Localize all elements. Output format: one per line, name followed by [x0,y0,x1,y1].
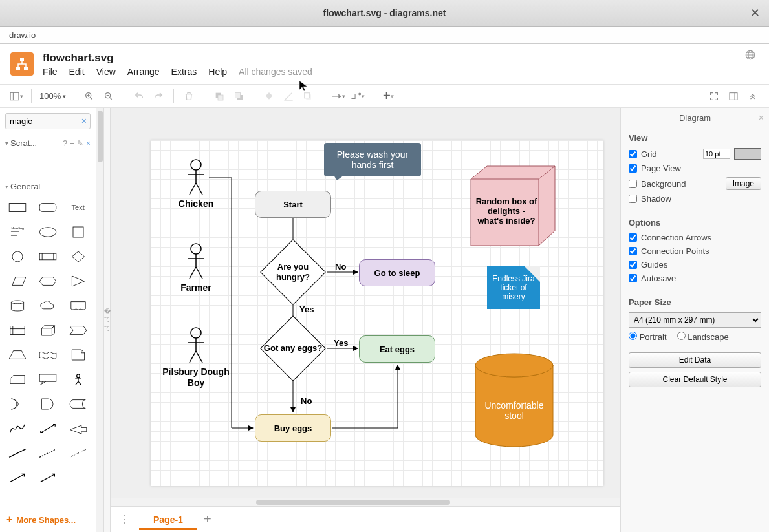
grid-color-swatch[interactable] [734,148,761,160]
node-start[interactable]: Start [255,191,331,218]
shape-arrow[interactable] [65,419,91,438]
app-tab[interactable]: draw.io [9,30,36,40]
clear-search-icon[interactable]: × [81,116,87,126]
scratchpad-section[interactable]: Scrat... ? + ✎ × [0,134,96,152]
shape-bidir-arrow[interactable] [36,419,61,438]
shape-line-dotted[interactable] [65,443,91,463]
shape-cube[interactable] [36,321,61,340]
shape-actor[interactable] [65,370,91,389]
shape-or[interactable] [5,394,30,414]
to-back-icon[interactable] [232,89,246,103]
shape-tape[interactable] [36,345,61,365]
shape-heading[interactable]: Heading━━━━━━━ [5,222,30,242]
to-front-icon[interactable] [212,89,226,103]
actor-doughboy[interactable] [183,326,209,365]
node-eggs[interactable]: Got any eggs? [261,323,325,374]
line-color-icon[interactable] [281,89,296,103]
node-sleep[interactable]: Go to sleep [359,259,435,286]
close-format-panel-icon[interactable]: × [759,112,764,123]
connection-points-checkbox[interactable] [629,247,637,255]
node-eat[interactable]: Eat eggs [359,335,435,363]
collapse-icon[interactable] [746,89,760,103]
waypoint-icon[interactable]: ▾ [351,89,365,103]
zoom-in-icon[interactable] [82,89,96,103]
more-shapes-button[interactable]: +More Shapes... [0,507,96,532]
grid-size-input[interactable] [703,149,730,159]
node-hungry[interactable]: Are you hungry? [261,246,325,298]
shape-and[interactable] [36,394,61,414]
add-page-icon[interactable]: + [204,512,211,527]
canvas[interactable]: Chicken Farmer Pilsbury Dough Boy [111,108,620,506]
grid-checkbox[interactable] [629,150,637,158]
shape-line-solid[interactable] [5,443,30,463]
shape-circle[interactable] [5,247,30,266]
shape-search-input[interactable] [5,113,91,129]
close-window-icon[interactable]: ✕ [750,6,760,20]
close-scratch-icon[interactable]: × [86,139,91,148]
node-buy[interactable]: Buy eggs [255,414,331,442]
add-scratch-icon[interactable]: + [70,139,74,148]
fullscreen-icon[interactable] [707,89,721,103]
globe-icon[interactable] [744,49,756,63]
edit-data-button[interactable]: Edit Data [629,352,761,368]
shape-internal-storage[interactable] [5,321,30,340]
shape-process[interactable] [36,247,61,266]
shape-hexagon[interactable] [36,271,61,291]
background-checkbox[interactable] [629,180,637,188]
landscape-radio-label[interactable]: Landscape [677,332,729,342]
shape-cloud[interactable] [36,296,61,315]
node-jira[interactable]: Endless Jira ticket of misery [487,266,540,309]
canvas-scrollbar[interactable] [111,498,620,506]
shape-triangle[interactable] [65,271,91,291]
shape-rect[interactable] [5,198,30,217]
actor-chicken[interactable] [183,158,209,197]
shadow-icon[interactable] [301,89,315,103]
paper-size-select[interactable]: A4 (210 mm x 297 mm) [629,312,761,328]
shape-data-storage[interactable] [65,394,91,414]
redo-icon[interactable] [151,89,166,103]
menu-file[interactable]: File [43,67,58,77]
menu-view[interactable]: View [96,67,116,77]
shape-ellipse[interactable] [36,222,61,242]
format-panel-icon[interactable] [726,89,741,103]
actor-farmer[interactable] [183,242,209,281]
shape-diamond[interactable] [65,247,91,266]
shape-note[interactable] [65,345,91,365]
portrait-radio-label[interactable]: Portrait [629,332,667,342]
image-button[interactable]: Image [726,177,761,190]
shape-text[interactable]: Text [65,198,91,217]
document-title[interactable]: flowchart.svg [43,52,312,65]
help-icon[interactable]: ? [63,139,67,148]
shape-callout[interactable] [36,370,61,389]
pageview-checkbox[interactable] [629,164,637,173]
node-stool[interactable]: Uncomfortable stool [473,352,556,451]
page-tab-1[interactable]: Page-1 [139,509,197,530]
shape-curve[interactable] [5,419,30,438]
zoom-level[interactable]: 100%▾ [39,91,66,101]
sidebar-toggle-icon[interactable]: ▾ [9,89,23,103]
add-icon[interactable]: +▾ [381,89,395,103]
zoom-out-icon[interactable] [102,89,116,103]
autosave-checkbox[interactable] [629,274,637,282]
guides-checkbox[interactable] [629,261,637,269]
shape-document[interactable] [65,296,91,315]
shape-rounded-rect[interactable] [36,198,61,217]
connection-icon[interactable]: ▾ [331,89,345,103]
menu-edit[interactable]: Edit [69,67,85,77]
fill-color-icon[interactable] [262,89,276,103]
shape-trapezoid[interactable] [5,345,30,365]
sidebar-resize-handle[interactable]: �てて [104,108,111,532]
app-logo[interactable] [10,52,34,76]
connection-arrows-checkbox[interactable] [629,233,637,242]
shape-dir-arrow1[interactable] [5,468,30,487]
left-scrollbar[interactable] [96,108,104,532]
shape-line-dashed[interactable] [36,443,61,463]
general-section[interactable]: General [0,178,96,195]
shape-cylinder[interactable] [5,296,30,315]
menu-arrange[interactable]: Arrange [127,67,160,77]
shape-square[interactable] [65,222,91,242]
undo-icon[interactable] [132,89,146,103]
shape-card[interactable] [5,370,30,389]
node-random-box[interactable]: Random box of delights - what's inside? [468,163,558,253]
page-menu-icon[interactable]: ⋮ [117,512,133,527]
